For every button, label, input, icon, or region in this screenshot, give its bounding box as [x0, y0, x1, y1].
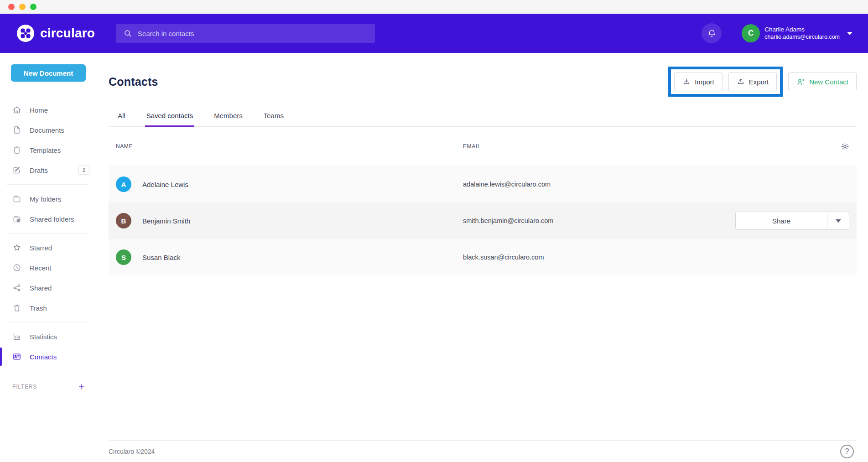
share-split-button: Share [735, 212, 849, 230]
sidebar-item-home[interactable]: Home [0, 100, 97, 120]
filters-section: FILTERS [0, 383, 97, 391]
search-input[interactable] [138, 30, 368, 37]
active-indicator [0, 348, 2, 366]
window-close-button[interactable] [8, 4, 15, 10]
window-controls [8, 4, 36, 10]
edit-icon [12, 166, 21, 175]
table-settings-button[interactable] [841, 142, 849, 151]
sidebar-item-my-folders[interactable]: My folders [0, 189, 97, 209]
import-download-icon [682, 78, 691, 86]
sidebar-item-label: Shared [30, 284, 52, 292]
sidebar-item-recent[interactable]: Recent [0, 258, 97, 278]
sidebar-item-starred[interactable]: Starred [0, 238, 97, 258]
sidebar-divider [7, 371, 88, 371]
user-menu-chevron-icon [847, 32, 852, 35]
table-row[interactable]: B Benjamin Smith smith.benjamin@circular… [109, 202, 857, 239]
search-bar[interactable] [116, 24, 375, 43]
sidebar-item-shared[interactable]: Shared [0, 278, 97, 298]
import-button[interactable]: Import [674, 72, 722, 91]
add-filter-button[interactable] [78, 383, 86, 391]
sidebar-item-statistics[interactable]: Statistics [0, 327, 97, 347]
share-dropdown-button[interactable] [827, 212, 849, 229]
sidebar-item-label: Starred [30, 244, 52, 252]
sidebar-item-contacts[interactable]: Contacts [0, 347, 97, 367]
sidebar-item-label: Shared folders [30, 215, 74, 223]
sidebar-item-label: Home [30, 106, 48, 114]
sidebar: New Document Home Documents [0, 53, 97, 462]
gear-icon [841, 142, 849, 151]
sidebar-item-documents[interactable]: Documents [0, 120, 97, 140]
tab-all[interactable]: All [116, 107, 127, 127]
contact-name: Susan Black [142, 254, 180, 261]
user-name: Charlie Adams [764, 26, 840, 34]
window-minimize-button[interactable] [19, 4, 26, 10]
sidebar-item-label: My folders [30, 195, 61, 203]
contact-name: Benjamin Smith [142, 217, 190, 225]
main-content: Contacts Import [97, 53, 868, 462]
page-title: Contacts [109, 75, 158, 88]
contacts-tabs: All Saved contacts Members Teams [109, 107, 857, 127]
copyright-text: Circularo ©2024 [109, 448, 155, 455]
sidebar-item-drafts[interactable]: Drafts 2 [0, 160, 97, 180]
user-avatar: C [742, 24, 760, 42]
bar-chart-icon [12, 332, 21, 341]
search-icon [123, 29, 132, 38]
sidebar-item-label: Statistics [30, 333, 57, 341]
share-button[interactable]: Share [736, 212, 827, 229]
contact-avatar: S [116, 249, 131, 265]
import-button-label: Import [695, 78, 714, 86]
home-icon [12, 105, 21, 114]
circularo-logo-icon [16, 24, 35, 42]
new-document-button[interactable]: New Document [11, 64, 86, 82]
column-header-name: NAME [116, 143, 463, 150]
user-email: charlie.adams@circularo.com [764, 34, 840, 41]
clipboard-icon [12, 145, 21, 155]
shared-folder-icon [12, 214, 21, 223]
notifications-button[interactable] [702, 23, 722, 43]
new-contact-button-label: New Contact [809, 78, 848, 86]
table-row[interactable]: A Adelaine Lewis adalaine.lewis@circular… [109, 166, 857, 202]
export-button[interactable]: Export [728, 72, 777, 91]
help-button[interactable]: ? [840, 445, 854, 458]
sidebar-item-label: Templates [30, 146, 61, 154]
sidebar-item-label: Documents [30, 126, 64, 134]
contact-name: Adelaine Lewis [142, 181, 188, 188]
sidebar-item-templates[interactable]: Templates [0, 140, 97, 160]
export-button-label: Export [749, 78, 769, 86]
sidebar-item-label: Trash [30, 304, 47, 312]
tab-members[interactable]: Members [213, 107, 244, 127]
export-upload-icon [737, 78, 745, 86]
person-plus-icon [796, 78, 805, 86]
sidebar-divider [7, 322, 88, 322]
share-nodes-icon [12, 283, 21, 292]
question-mark-icon: ? [845, 447, 849, 456]
contacts-table: A Adelaine Lewis adalaine.lewis@circular… [109, 166, 857, 275]
logo-wordmark: circularo [40, 26, 95, 41]
contact-email: black.susan@circularo.com [463, 254, 735, 261]
contact-avatar: A [116, 176, 131, 192]
app-header: circularo C Charlie Adams charlie.adams@… [0, 14, 868, 53]
contact-email: adalaine.lewis@circularo.com [463, 181, 735, 188]
contact-card-icon [12, 352, 21, 361]
tab-saved-contacts[interactable]: Saved contacts [145, 107, 195, 127]
tab-teams[interactable]: Teams [262, 107, 285, 127]
table-row[interactable]: S Susan Black black.susan@circularo.com [109, 239, 857, 275]
app-logo[interactable]: circularo [16, 24, 95, 42]
column-header-email: EMAIL [463, 143, 735, 150]
sidebar-divider [7, 184, 88, 185]
user-menu[interactable]: C Charlie Adams charlie.adams@circularo.… [742, 24, 852, 42]
table-header: NAME EMAIL [109, 127, 857, 166]
sidebar-divider [7, 233, 88, 234]
sidebar-item-trash[interactable]: Trash [0, 298, 97, 318]
document-icon [12, 125, 21, 135]
new-contact-button[interactable]: New Contact [788, 72, 857, 91]
drafts-count-badge: 2 [78, 166, 89, 175]
clock-icon [12, 263, 21, 272]
window-title-bar [0, 0, 868, 14]
sidebar-item-label: Drafts [30, 166, 48, 174]
sidebar-item-label: Recent [30, 264, 52, 272]
footer: Circularo ©2024 ? [109, 440, 857, 462]
sidebar-item-shared-folders[interactable]: Shared folders [0, 209, 97, 229]
window-zoom-button[interactable] [30, 4, 36, 10]
sidebar-item-label: Contacts [30, 353, 57, 361]
